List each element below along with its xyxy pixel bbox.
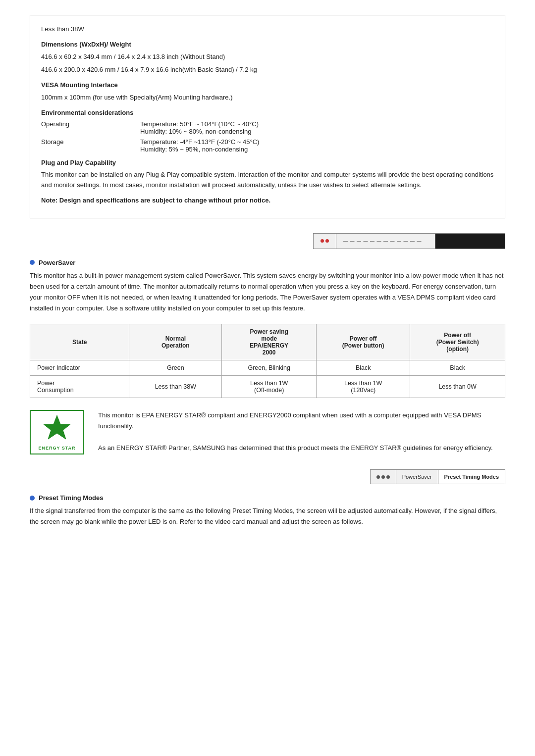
td-consumption-off-switch: Less than 0W (410, 376, 505, 398)
preset-icon (30, 496, 35, 501)
bottom-nav-bar: PowerSaver Preset Timing Modes (30, 469, 505, 484)
th-state: State (30, 324, 129, 360)
preset-body: If the signal transferred from the compu… (30, 505, 505, 527)
nav-dot-2 (325, 239, 329, 243)
nb-powersaver-label: PowerSaver (402, 474, 432, 480)
specs-box: Less than 38W Dimensions (WxDxH)/ Weight… (30, 15, 505, 218)
spec-note: Note: Design and specifications are subj… (41, 196, 494, 206)
vesa-val: 100mm x 100mm (for use with Specialty(Ar… (41, 93, 494, 103)
storage-key: Storage (41, 138, 140, 153)
th-off-switch: Power off(Power Switch)(option) (410, 324, 505, 360)
power-table-header-row: State NormalOperation Power savingmodeEP… (30, 324, 505, 360)
td-indicator-state: Power Indicator (30, 360, 129, 376)
nb-dot-1 (376, 475, 380, 479)
vesa-label: VESA Mounting Interface (41, 80, 494, 91)
table-row-consumption: PowerConsumption Less than 38W Less than… (30, 376, 505, 398)
th-saving: Power savingmodeEPA/ENERGY2000 (222, 324, 317, 360)
dimensions-val1: 416.6 x 60.2 x 349.4 mm / 16.4 x 2.4 x 1… (41, 52, 494, 62)
energy-star-text: ENERGY STAR (38, 446, 75, 451)
operating-row: Operating Temperature: 50°F ~ 104°F(10°C… (41, 120, 494, 135)
energy-star-description: This monitor is EPA ENERGY STAR® complia… (98, 410, 505, 454)
dimensions-val2: 416.6 x 200.0 x 420.6 mm / 16.4 x 7.9 x … (41, 65, 494, 75)
power-spec: Less than 38W (41, 24, 494, 35)
powersaver-header: PowerSaver (30, 259, 505, 266)
energy-text-1: This monitor is EPA ENERGY STAR® complia… (98, 410, 505, 432)
nav-bar-inner-top: — — — — — — — — — — — — (313, 233, 505, 249)
td-consumption-saving: Less than 1W(Off-mode) (222, 376, 317, 398)
plug-label: Plug and Play Capability (41, 158, 494, 168)
preset-title: Preset Timing Modes (39, 494, 104, 502)
td-consumption-off-button: Less than 1W(120Vac) (317, 376, 410, 398)
nav-seg-3 (435, 234, 505, 249)
energy-star-section: ENERGY STAR This monitor is EPA ENERGY S… (30, 410, 505, 454)
nb-dot-3 (386, 475, 390, 479)
power-table: State NormalOperation Power savingmodeEP… (30, 324, 505, 398)
storage-val: Temperature: -4°F ~113°F (-20°C ~ 45°C) … (140, 138, 494, 153)
operating-val: Temperature: 50°F ~ 104°F(10°C ~ 40°C) H… (140, 120, 494, 135)
svg-marker-0 (44, 415, 70, 439)
nb-dot-2 (381, 475, 385, 479)
nb-seg-dots[interactable] (371, 470, 396, 484)
operating-key: Operating (41, 120, 140, 135)
nb-seg-preset[interactable]: Preset Timing Modes (438, 470, 505, 484)
td-consumption-normal: Less than 38W (129, 376, 222, 398)
plug-body: This monitor can be installed on any Plu… (41, 170, 494, 191)
env-label: Environmental considerations (41, 108, 494, 118)
page: Less than 38W Dimensions (WxDxH)/ Weight… (0, 0, 535, 542)
storage-row: Storage Temperature: -4°F ~113°F (-20°C … (41, 138, 494, 153)
td-consumption-state: PowerConsumption (30, 376, 129, 398)
nav-seg-1[interactable] (314, 234, 336, 249)
td-indicator-off-button: Black (317, 360, 410, 376)
powersaver-body: This monitor has a built-in power manage… (30, 270, 505, 314)
nb-preset-label: Preset Timing Modes (444, 474, 499, 480)
table-row-indicator: Power Indicator Green Green, Blinking Bl… (30, 360, 505, 376)
td-indicator-off-switch: Black (410, 360, 505, 376)
energy-text-2: As an ENERGY STAR® Partner, SAMSUNG has … (98, 443, 505, 454)
powersaver-title: PowerSaver (39, 259, 75, 266)
energy-star-icon (42, 414, 72, 446)
nav-dot-1 (321, 239, 324, 243)
top-nav-bar: — — — — — — — — — — — — (30, 233, 505, 249)
nav-seg-2[interactable]: — — — — — — — — — — — — (336, 234, 435, 249)
powersaver-icon (30, 260, 35, 265)
nav-bar-bottom-inner: PowerSaver Preset Timing Modes (370, 469, 505, 484)
td-indicator-normal: Green (129, 360, 222, 376)
th-off-button: Power off(Power button) (317, 324, 410, 360)
nb-seg-powersaver[interactable]: PowerSaver (396, 470, 438, 484)
dimensions-label: Dimensions (WxDxH)/ Weight (41, 40, 494, 50)
preset-header: Preset Timing Modes (30, 494, 505, 502)
nav-dots-top (321, 239, 329, 243)
th-normal: NormalOperation (129, 324, 222, 360)
nav-dots-bottom (376, 475, 390, 479)
td-indicator-saving: Green, Blinking (222, 360, 317, 376)
energy-star-logo: ENERGY STAR (30, 410, 84, 454)
